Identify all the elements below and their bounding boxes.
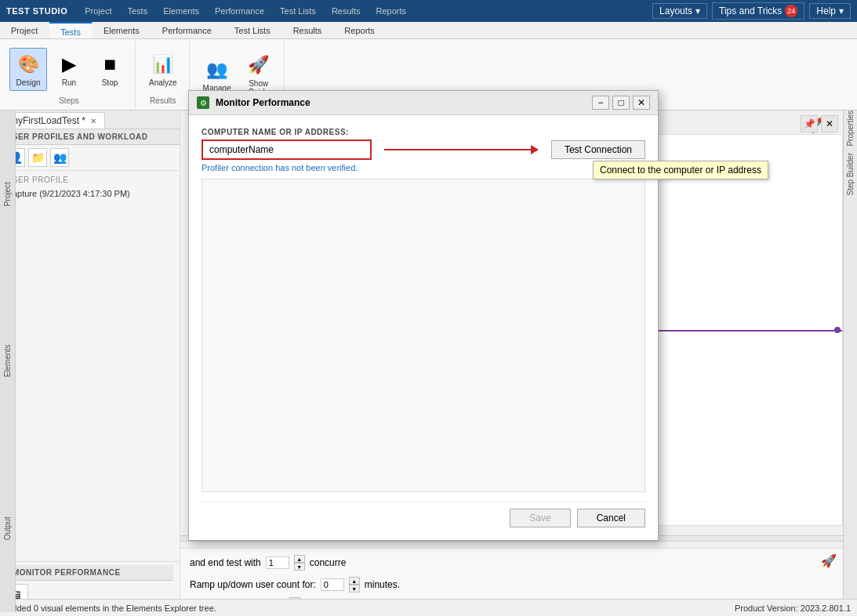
design-button[interactable]: 🎨 Design (9, 48, 47, 91)
computer-name-row: Test Connection (202, 140, 645, 160)
pin-button[interactable]: 📌 (801, 115, 818, 132)
run-button[interactable]: ▶ Run (50, 48, 88, 91)
user-profiles-header: USER PROFILES AND WORKLOAD (0, 129, 180, 145)
nav-reports[interactable]: Reports (369, 0, 415, 22)
run-icon: ▶ (56, 52, 82, 77)
user-profile-label: USER PROFILE (6, 176, 173, 184)
arrow-head (531, 145, 539, 154)
layouts-button[interactable]: Layouts ▾ (652, 3, 707, 19)
tips-button[interactable]: Tips and Tricks 24 (712, 2, 804, 20)
test-tab-label: myFirstLoadTest * (10, 115, 85, 126)
ribbon-tab-results[interactable]: Results (282, 22, 334, 38)
ramp-row2-prefix: Ramp up/down user count for: (190, 579, 316, 590)
design-icon: 🎨 (16, 52, 41, 77)
test-tab[interactable]: myFirstLoadTest * ✕ (2, 112, 105, 129)
ramp-row1: and end test with ▲ ▼ concurre (190, 553, 833, 572)
version-text: Product Version: 2023.2.801.1 (735, 603, 851, 613)
tips-badge: 24 (785, 5, 797, 17)
ribbon-group-steps-label: Steps (59, 96, 79, 105)
bottom-bar: Added 0 visual elements in the Elements … (0, 599, 857, 616)
nav-performance[interactable]: Performance (207, 0, 272, 22)
spin-up-icon[interactable]: ▲ (294, 555, 305, 563)
analyze-button[interactable]: 📊 Analyze (143, 48, 183, 91)
spin-down-icon[interactable]: ▼ (294, 563, 305, 571)
tab-bar: myFirstLoadTest * ✕ (0, 111, 180, 129)
vertical-labels: Project Elements Output (0, 111, 16, 612)
ramp-spin-down-icon[interactable]: ▼ (349, 585, 360, 592)
ramp-row1-prefix: and end test with (190, 557, 261, 568)
app-title: TEST STUDIO (6, 6, 67, 16)
ramp-row2: Ramp up/down user count for: ▲ ▼ minutes… (190, 575, 833, 594)
analyze-icon: 📊 (151, 52, 176, 77)
verify-text: Profiler connection has not been verifie… (202, 163, 645, 172)
ribbon-tab-reports[interactable]: Reports (333, 22, 387, 38)
dialog-body: COMPUTER NAME OR IP ADDRESS: Test Connec… (189, 115, 658, 540)
arrow-line (384, 145, 539, 154)
monitor-header: MONITOR PERFORMANCE (6, 565, 173, 581)
profile-entry[interactable]: Capture (9/21/2023 4:17:30 PM) (6, 187, 173, 200)
tab-close-icon[interactable]: ✕ (90, 117, 96, 125)
dialog-content-area (202, 179, 645, 492)
step-builder-panel: Properties Step Builder (843, 111, 857, 612)
dialog-controls: − □ ✕ (592, 96, 650, 110)
import-btn[interactable]: 📁 (28, 148, 47, 167)
dialog-close-button[interactable]: ✕ (633, 96, 650, 110)
ribbon-group-results-label: Results (150, 96, 176, 105)
ribbon-tab-performance[interactable]: Performance (151, 22, 223, 38)
nav-project[interactable]: Project (77, 0, 119, 22)
nav-testlists[interactable]: Test Lists (272, 0, 324, 22)
step-builder-label[interactable]: Step Builder (846, 153, 855, 208)
ramp-minutes-spinner[interactable]: ▲ ▼ (349, 577, 360, 592)
ribbon-group-analyze: 📊 Analyze Results (137, 41, 190, 108)
properties-label[interactable]: Properties (846, 111, 855, 153)
stop-button[interactable]: ⏹ Stop (91, 48, 129, 91)
show-guide-icon: 🚀 (246, 53, 271, 78)
manage-icon: 👥 (205, 57, 230, 82)
concurrent-users-spinner[interactable]: ▲ ▼ (294, 555, 305, 571)
dialog-minimize-button[interactable]: − (592, 96, 609, 110)
output-vert-label[interactable]: Output (0, 445, 15, 612)
nav-results[interactable]: Results (324, 0, 369, 22)
computer-name-label: COMPUTER NAME OR IP ADDRESS: (202, 128, 645, 136)
ribbon-tabs: Project Tests Elements Performance Test … (0, 22, 857, 39)
left-sidebar: myFirstLoadTest * ✕ USER PROFILES AND WO… (0, 111, 180, 612)
dialog-maximize-button[interactable]: □ (612, 96, 630, 110)
status-text: Added 0 visual elements in the Elements … (6, 603, 216, 613)
nav-bar: Project Tests Elements Performance Test … (77, 0, 414, 22)
chart-dot (834, 327, 841, 333)
nav-tests[interactable]: Tests (119, 0, 155, 22)
chevron-down-icon: ▾ (839, 5, 844, 16)
help-button[interactable]: Help ▾ (809, 3, 851, 19)
ramp-rocket-icon: 🚀 (821, 553, 837, 568)
dialog-footer: Save Cancel (202, 502, 645, 527)
ribbon-tab-tests[interactable]: Tests (49, 22, 93, 38)
close-panel-button[interactable]: ✕ (821, 115, 838, 132)
dialog-title-text: Monitor Performance (216, 97, 586, 108)
ribbon-tab-project[interactable]: Project (0, 22, 49, 38)
elements-vert-label[interactable]: Elements (0, 277, 15, 444)
ribbon-group-main: 🎨 Design ▶ Run ⏹ Stop Steps (3, 41, 136, 108)
ribbon-tab-elements[interactable]: Elements (93, 22, 151, 38)
concurrent-users-input[interactable] (266, 556, 289, 569)
title-bar-right: Layouts ▾ Tips and Tricks 24 Help ▾ (652, 2, 851, 20)
ribbon-buttons: 🎨 Design ▶ Run ⏹ Stop (9, 44, 129, 95)
dialog-title-icon: ⚙ (197, 96, 209, 109)
computer-name-input[interactable] (202, 140, 372, 160)
cancel-button[interactable]: Cancel (577, 509, 645, 527)
arrow-shaft (384, 149, 531, 150)
save-button[interactable]: Save (510, 509, 570, 527)
nav-elements[interactable]: Elements (155, 0, 207, 22)
ribbon-tab-testlists[interactable]: Test Lists (223, 22, 282, 38)
test-connection-button[interactable]: Test Connection (551, 140, 645, 159)
monitor-performance-dialog: ⚙ Monitor Performance − □ ✕ COMPUTER NAM… (188, 90, 659, 541)
dialog-titlebar: ⚙ Monitor Performance − □ ✕ (189, 91, 658, 115)
project-vert-label[interactable]: Project (0, 111, 15, 277)
ramp-spin-up-icon[interactable]: ▲ (349, 577, 360, 585)
user-profile-section: USER PROFILE Capture (9/21/2023 4:17:30 … (0, 171, 180, 561)
ramp-row2-suffix: minutes. (365, 579, 400, 590)
ramp-minutes-input[interactable] (321, 578, 344, 591)
add-workload-btn[interactable]: 👥 (50, 148, 69, 167)
tooltip-text: Connect to the computer or IP address (600, 165, 761, 176)
stop-icon: ⏹ (97, 52, 122, 77)
ramp-row1-suffix: concurre (310, 557, 347, 568)
